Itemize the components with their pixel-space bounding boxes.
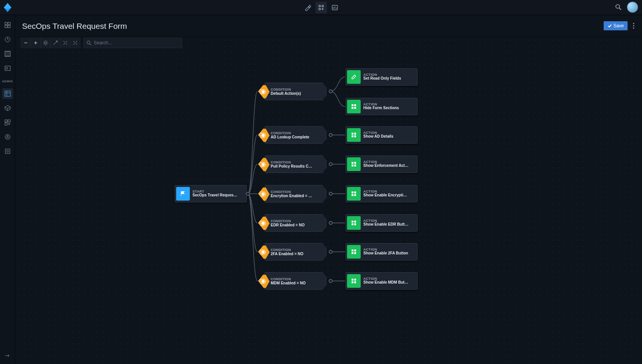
- node-name: Default Action(s): [271, 91, 301, 96]
- connector-dot[interactable]: [329, 192, 333, 196]
- condition-node[interactable]: CONDITION AD Lookup Complete: [258, 126, 327, 144]
- node-name: 2FA Enabled = NO: [271, 252, 303, 256]
- svg-rect-65: [354, 279, 356, 281]
- zoom-reset-icon[interactable]: [41, 38, 50, 48]
- user-avatar[interactable]: [627, 2, 638, 13]
- grid-icon: [347, 100, 361, 113]
- app-logo-icon[interactable]: [2, 2, 13, 13]
- svg-rect-42: [352, 107, 353, 109]
- node-name: Hide Form Sections: [363, 106, 399, 110]
- svg-point-31: [262, 163, 265, 166]
- mode-report-icon[interactable]: [329, 2, 341, 13]
- svg-point-25: [633, 27, 634, 28]
- svg-rect-47: [354, 135, 356, 137]
- node-name: Show Enforcement Actions: [363, 164, 409, 168]
- node-type-label: ACTION: [363, 160, 409, 164]
- action-node[interactable]: ACTION Show Enforcement Actions: [345, 155, 418, 173]
- nav-users-icon[interactable]: [2, 132, 13, 142]
- condition-node[interactable]: CONDITION MDM Enabled = NO: [258, 272, 327, 290]
- connector-dot[interactable]: [329, 221, 333, 225]
- action-node[interactable]: ACTION Hide Form Sections: [345, 98, 418, 115]
- workflow-canvas[interactable]: START SecOps Travel Request For... CONDI…: [15, 37, 642, 364]
- svg-rect-62: [352, 252, 353, 254]
- connector-dot[interactable]: [329, 279, 333, 283]
- search-icon[interactable]: [615, 3, 622, 11]
- node-type-label: ACTION: [363, 73, 401, 77]
- action-node[interactable]: ACTION Show Enable MDM Button: [345, 272, 418, 290]
- grid-icon: [347, 274, 361, 288]
- connector-dot[interactable]: [329, 89, 333, 93]
- svg-rect-54: [352, 194, 353, 196]
- connector-dot[interactable]: [329, 250, 333, 254]
- flag-icon: [176, 187, 190, 201]
- svg-rect-58: [352, 223, 353, 225]
- nav-image-icon[interactable]: [2, 63, 13, 74]
- expand-all-icon[interactable]: [70, 38, 80, 48]
- condition-node[interactable]: CONDITION EDR Enabled = NO: [258, 214, 327, 232]
- svg-rect-48: [352, 162, 353, 164]
- svg-rect-15: [5, 91, 10, 96]
- canvas-search-input[interactable]: [94, 40, 180, 46]
- nav-package-icon[interactable]: [2, 103, 13, 113]
- condition-node[interactable]: CONDITION Default Action(s): [258, 83, 327, 100]
- node-name: Set Read Only Fields: [363, 77, 401, 81]
- svg-point-20: [7, 135, 8, 137]
- mode-design-icon[interactable]: [302, 2, 313, 13]
- sidebar-section-label: ADMIN: [2, 80, 13, 83]
- nav-dashboard-icon[interactable]: [2, 20, 13, 30]
- mode-workflow-icon[interactable]: [315, 2, 327, 13]
- toggle-icon: [254, 85, 270, 99]
- connector-dot[interactable]: [329, 162, 333, 166]
- svg-rect-41: [354, 104, 356, 106]
- node-name: AD Lookup Complete: [271, 135, 309, 139]
- svg-rect-49: [354, 162, 356, 164]
- condition-node[interactable]: CONDITION Encrytion Enabled = NO: [258, 185, 327, 202]
- grid-icon: [347, 187, 361, 201]
- node-name: SecOps Travel Request For...: [192, 193, 238, 198]
- action-node[interactable]: ACTION Set Read Only Fields: [345, 68, 418, 86]
- connector-dot[interactable]: [329, 133, 333, 137]
- condition-node[interactable]: CONDITION 2FA Enabled = NO: [258, 243, 327, 260]
- nav-activity-icon[interactable]: [2, 34, 13, 45]
- connector-dot[interactable]: [246, 192, 250, 196]
- nav-settings-icon[interactable]: [2, 146, 13, 157]
- svg-point-23: [633, 23, 634, 24]
- save-button-label: Save: [614, 23, 624, 28]
- canvas-search[interactable]: [84, 38, 182, 48]
- node-type-label: CONDITION: [271, 219, 304, 223]
- page-header: SecOps Travel Request Form Save: [15, 15, 642, 37]
- svg-rect-53: [354, 191, 356, 193]
- node-name: MDM Enabled = NO: [271, 281, 306, 285]
- node-name: Show Enable MDM Button: [363, 281, 409, 285]
- start-node[interactable]: START SecOps Travel Request For...: [175, 185, 247, 202]
- page-title: SecOps Travel Request Form: [22, 22, 127, 31]
- more-menu-icon[interactable]: [630, 20, 637, 31]
- collapse-all-icon[interactable]: [60, 38, 70, 48]
- condition-node[interactable]: CONDITION Pull Policy Results Compl...: [258, 155, 327, 173]
- action-node[interactable]: ACTION Show AD Details: [345, 126, 418, 144]
- node-name: Pull Policy Results Compl...: [271, 164, 312, 168]
- nav-list-icon[interactable]: [2, 49, 13, 59]
- nav-layout-icon[interactable]: [2, 117, 13, 128]
- node-type-label: CONDITION: [271, 248, 303, 252]
- node-name: Show Enable Encryption Bu...: [363, 193, 409, 198]
- zoom-in-icon[interactable]: [31, 38, 41, 48]
- save-button[interactable]: Save: [604, 21, 628, 30]
- svg-point-14: [6, 67, 8, 69]
- left-sidebar: ADMIN: [0, 15, 15, 364]
- svg-point-70: [87, 41, 90, 44]
- action-node[interactable]: ACTION Show Enable EDR Button: [345, 214, 418, 232]
- nav-forms-icon[interactable]: [2, 88, 13, 99]
- top-bar: [0, 0, 642, 15]
- svg-point-29: [262, 134, 265, 137]
- sidebar-expand-icon[interactable]: [2, 350, 13, 361]
- svg-point-6: [616, 5, 620, 8]
- auto-layout-icon[interactable]: [50, 38, 60, 48]
- zoom-out-icon[interactable]: [21, 38, 31, 48]
- svg-point-22: [6, 151, 8, 152]
- svg-rect-43: [354, 107, 356, 109]
- svg-point-24: [633, 25, 634, 26]
- action-node[interactable]: ACTION Show Enable Encryption Bu...: [345, 185, 418, 202]
- toggle-icon: [254, 187, 270, 201]
- action-node[interactable]: ACTION Show Enable 2FA Button: [345, 243, 418, 260]
